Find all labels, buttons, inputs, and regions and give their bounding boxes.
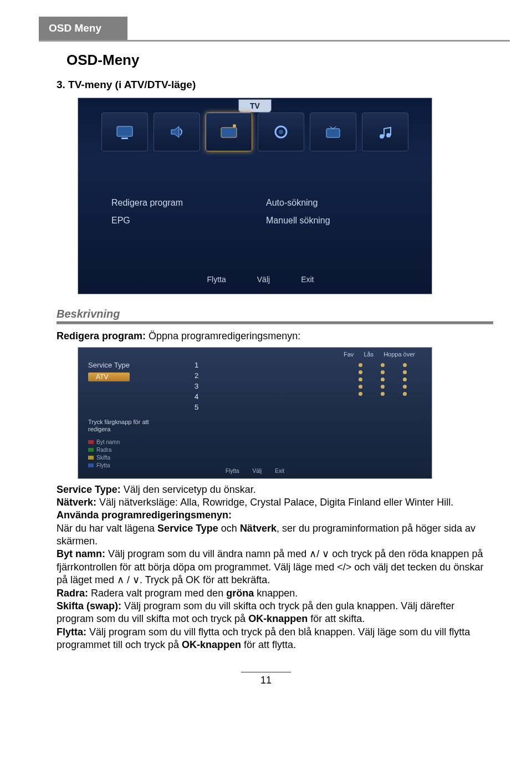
description-rule (57, 322, 493, 324)
ss2-hint: Tryck färgknapp för att redigera (88, 419, 155, 433)
p6-a: Radera valt program med den (88, 588, 226, 599)
p-nar: När du har valt lägena Service Type och … (57, 522, 493, 548)
footer-exit: Exit (290, 275, 314, 284)
service-type-label: Service Type (88, 361, 130, 369)
svg-rect-6 (326, 129, 340, 137)
p1-rest: Välj den servicetyp du önskar. (121, 484, 256, 495)
up-down-arrows-icon: ∧ / ∨ (117, 574, 140, 585)
p-skifta: Skifta (swap): Välj program som du vill … (57, 600, 493, 626)
ss2-legend: Byt namn Radra Skifta Flytta (88, 439, 120, 468)
dot (359, 363, 362, 367)
p8-b: OK-knappen (182, 639, 241, 650)
p-radra: Radra: Radera valt program med den gröna… (57, 587, 493, 600)
p2-bold: Nätverk: (57, 497, 96, 508)
dot (359, 370, 362, 374)
page: OSD Meny OSD-Meny 3. TV-meny (i ATV/DTV-… (0, 17, 532, 708)
page-number-block: 11 (0, 672, 532, 686)
ss2-dots (359, 363, 413, 396)
p6-c: knappen. (254, 588, 298, 599)
page-number-rule (241, 672, 291, 672)
header-rule (39, 40, 510, 42)
dot (381, 378, 385, 381)
description-label: Beskrivning (57, 308, 532, 320)
dot (381, 385, 385, 389)
menu-icon-row (101, 113, 408, 151)
section-heading: 3. TV-meny (i ATV/DTV-läge) (57, 79, 532, 91)
gear-icon (258, 113, 304, 151)
legend-byt: Byt namn (88, 439, 120, 445)
p7-bold: Skifta (swap): (57, 600, 121, 611)
atv-label: ATV (88, 373, 130, 381)
desc-line-1-bold: Redigera program: (57, 330, 146, 341)
dot (403, 363, 407, 367)
p8-bold: Flytta: (57, 626, 86, 638)
p-byt: Byt namn: Välj program som du vill ändra… (57, 548, 493, 587)
header-tab: OSD Meny (39, 17, 127, 40)
p5-a: Välj program som du vill ändra namn på m… (105, 548, 309, 559)
music-icon (362, 113, 408, 151)
p4-a: När du har valt lägena (57, 523, 157, 534)
p4-d: Nätverk (240, 523, 277, 534)
monitor-icon (101, 113, 148, 151)
p5-c: . Tryck på OK för att bekräfta. (140, 574, 270, 585)
svg-point-7 (380, 134, 384, 139)
dot (403, 392, 407, 396)
page-number: 11 (260, 675, 272, 686)
dot (381, 392, 385, 396)
desc-line-1: Redigera program: Öppna programredigerin… (57, 330, 493, 343)
speaker-icon (154, 113, 200, 151)
ss2-footer-exit: Exit (275, 468, 284, 474)
desc-line-1-rest: Öppna programredigeringsmenyn: (146, 330, 300, 341)
footer-valj: Välj (246, 275, 270, 284)
p2-rest: Välj nätverksläge: Alla, Rowridge, Cryst… (96, 497, 453, 508)
num-2: 2 (195, 371, 198, 380)
menu-item-epg: EPG (111, 216, 244, 226)
svg-rect-1 (121, 137, 128, 139)
legend-radra: Radra (88, 447, 120, 453)
svg-point-3 (233, 124, 236, 128)
dot (403, 385, 407, 389)
dot (403, 378, 407, 381)
legend-flytta: Flytta (88, 462, 120, 468)
tv-menu-items: Redigera program Auto-sökning EPG Manuel… (111, 198, 398, 226)
clock-icon (310, 113, 356, 151)
num-5: 5 (195, 403, 198, 411)
menu-item-redigera: Redigera program (111, 198, 244, 208)
dot (359, 385, 362, 389)
tv-icon (206, 113, 252, 151)
p-natverk: Nätverk: Välj nätverksläge: Alla, Rowrid… (57, 496, 493, 509)
p4-c: och (218, 523, 240, 534)
dot (381, 370, 385, 374)
p6-b: gröna (226, 588, 254, 599)
col-hoppa: Hoppa över (383, 351, 415, 358)
p5-bold: Byt namn: (57, 548, 105, 559)
col-fav: Fav (344, 351, 354, 358)
header-tab-row: OSD Meny (39, 17, 532, 40)
p-anvanda: Använda programredigeringsmenyn: (57, 509, 493, 522)
p7-c: för att skifta. (308, 613, 365, 624)
ss2-footer-flytta: Flytta (226, 468, 239, 474)
up-down-arrows-icon: ∧/ ∨ (309, 548, 329, 559)
ss2-numbers: 1 2 3 4 5 (195, 361, 198, 411)
num-3: 3 (195, 382, 198, 390)
svg-point-8 (386, 133, 391, 137)
ss2-header: Fav Lås Hoppa över (344, 351, 415, 358)
svg-rect-0 (117, 126, 132, 136)
num-1: 1 (195, 361, 198, 369)
p3-bold: Använda programredigeringsmenyn: (57, 509, 232, 521)
dot (381, 363, 385, 367)
tv-menu-screenshot: TV Redigera program Auto-sökning (78, 98, 432, 294)
dot (359, 378, 362, 381)
p7-b: OK-knappen (248, 613, 308, 624)
num-4: 4 (195, 392, 198, 401)
menu-item-manuell: Manuell sökning (266, 216, 398, 226)
p-flytta: Flytta: Välj program som du vill flytta … (57, 626, 493, 652)
p-service-type: Service Type: Välj den servicetyp du öns… (57, 483, 493, 496)
body-text: Service Type: Välj den servicetyp du öns… (57, 483, 493, 652)
svg-point-5 (279, 130, 283, 134)
p8-c: för att flytta. (241, 639, 296, 650)
ss2-footer: Flytta Välj Exit (226, 468, 284, 474)
main-heading: OSD-Meny (66, 52, 532, 69)
svg-rect-2 (221, 128, 237, 137)
program-edit-screenshot: Fav Lås Hoppa över Service Type ATV 1 2 … (78, 347, 432, 479)
